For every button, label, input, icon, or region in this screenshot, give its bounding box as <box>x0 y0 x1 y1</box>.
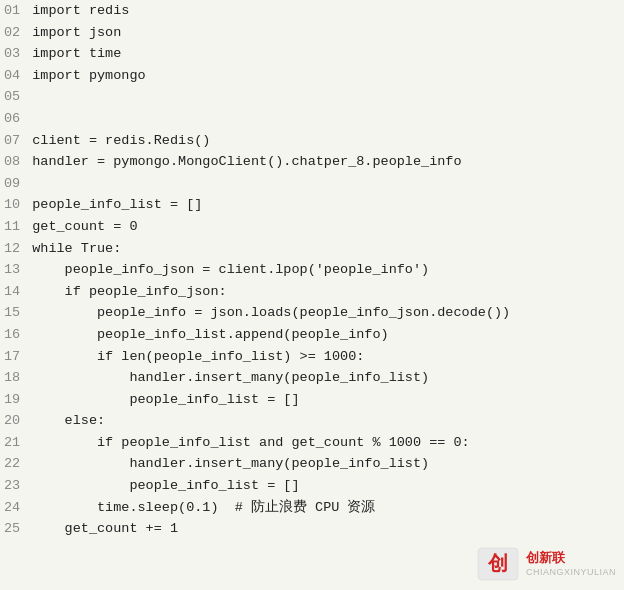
code-line: 09 <box>0 173 624 195</box>
code-line: 22 handler.insert_many(people_info_list) <box>0 453 624 475</box>
watermark-text: 创新联 CHIANGXINYULIAN <box>526 550 616 579</box>
code-line: 02import json <box>0 22 624 44</box>
line-number: 03 <box>0 43 30 65</box>
code-table: 01import redis02import json03import time… <box>0 0 624 540</box>
line-number: 01 <box>0 0 30 22</box>
line-content: people_info_list = [] <box>30 389 624 411</box>
line-number: 24 <box>0 497 30 519</box>
line-number: 13 <box>0 259 30 281</box>
code-line: 18 handler.insert_many(people_info_list) <box>0 367 624 389</box>
line-number: 20 <box>0 410 30 432</box>
line-number: 18 <box>0 367 30 389</box>
line-number: 09 <box>0 173 30 195</box>
line-content: if len(people_info_list) >= 1000: <box>30 346 624 368</box>
line-number: 16 <box>0 324 30 346</box>
code-line: 11get_count = 0 <box>0 216 624 238</box>
line-content: import redis <box>30 0 624 22</box>
line-content: get_count += 1 <box>30 518 624 540</box>
watermark-brand: 创新联 <box>526 550 616 567</box>
line-content: handler.insert_many(people_info_list) <box>30 453 624 475</box>
line-number: 02 <box>0 22 30 44</box>
line-content: people_info_list = [] <box>30 475 624 497</box>
line-number: 11 <box>0 216 30 238</box>
line-number: 19 <box>0 389 30 411</box>
line-content: handler = pymongo.MongoClient().chatper_… <box>30 151 624 173</box>
code-line: 25 get_count += 1 <box>0 518 624 540</box>
line-number: 25 <box>0 518 30 540</box>
svg-text:创: 创 <box>487 552 508 574</box>
line-content: get_count = 0 <box>30 216 624 238</box>
line-number: 22 <box>0 453 30 475</box>
line-content: people_info_list = [] <box>30 194 624 216</box>
code-line: 10people_info_list = [] <box>0 194 624 216</box>
code-line: 08handler = pymongo.MongoClient().chatpe… <box>0 151 624 173</box>
line-content: if people_info_list and get_count % 1000… <box>30 432 624 454</box>
line-number: 04 <box>0 65 30 87</box>
code-line: 19 people_info_list = [] <box>0 389 624 411</box>
code-line: 13 people_info_json = client.lpop('peopl… <box>0 259 624 281</box>
line-content: people_info_json = client.lpop('people_i… <box>30 259 624 281</box>
code-line: 12while True: <box>0 238 624 260</box>
code-container: 01import redis02import json03import time… <box>0 0 624 590</box>
line-number: 12 <box>0 238 30 260</box>
line-content: import time <box>30 43 624 65</box>
code-line: 24 time.sleep(0.1) # 防止浪费 CPU 资源 <box>0 497 624 519</box>
line-content <box>30 173 624 195</box>
code-line: 05 <box>0 86 624 108</box>
code-line: 15 people_info = json.loads(people_info_… <box>0 302 624 324</box>
line-content: while True: <box>30 238 624 260</box>
code-line: 01import redis <box>0 0 624 22</box>
line-number: 10 <box>0 194 30 216</box>
code-line: 04import pymongo <box>0 65 624 87</box>
line-content: client = redis.Redis() <box>30 130 624 152</box>
line-number: 14 <box>0 281 30 303</box>
line-content: people_info_list.append(people_info) <box>30 324 624 346</box>
code-line: 20 else: <box>0 410 624 432</box>
line-number: 17 <box>0 346 30 368</box>
code-line: 14 if people_info_json: <box>0 281 624 303</box>
code-line: 06 <box>0 108 624 130</box>
watermark-sub: CHIANGXINYULIAN <box>526 567 616 579</box>
line-content: import pymongo <box>30 65 624 87</box>
code-line: 21 if people_info_list and get_count % 1… <box>0 432 624 454</box>
line-number: 06 <box>0 108 30 130</box>
line-number: 15 <box>0 302 30 324</box>
line-number: 21 <box>0 432 30 454</box>
line-number: 08 <box>0 151 30 173</box>
code-line: 16 people_info_list.append(people_info) <box>0 324 624 346</box>
code-line: 03import time <box>0 43 624 65</box>
watermark-logo-icon: 创 <box>476 546 520 582</box>
line-content: handler.insert_many(people_info_list) <box>30 367 624 389</box>
line-number: 05 <box>0 86 30 108</box>
line-number: 07 <box>0 130 30 152</box>
line-content <box>30 108 624 130</box>
code-line: 23 people_info_list = [] <box>0 475 624 497</box>
code-line: 07client = redis.Redis() <box>0 130 624 152</box>
code-line: 17 if len(people_info_list) >= 1000: <box>0 346 624 368</box>
line-content: if people_info_json: <box>30 281 624 303</box>
line-content <box>30 86 624 108</box>
line-content: import json <box>30 22 624 44</box>
line-number: 23 <box>0 475 30 497</box>
line-content: time.sleep(0.1) # 防止浪费 CPU 资源 <box>30 497 624 519</box>
line-content: else: <box>30 410 624 432</box>
watermark: 创 创新联 CHIANGXINYULIAN <box>476 546 616 582</box>
line-content: people_info = json.loads(people_info_jso… <box>30 302 624 324</box>
